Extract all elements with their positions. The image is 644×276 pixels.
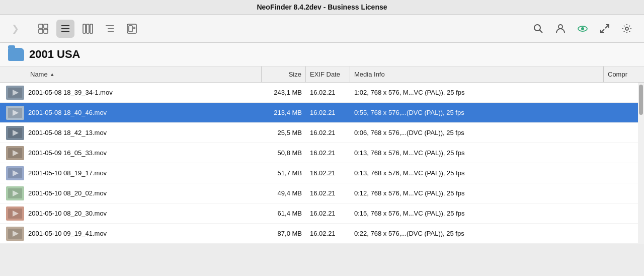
file-size-label: 50,8 MB [262,149,306,157]
file-media-label: 0:12, 768 x 576, M...VC (PAL)), 25 fps [350,189,604,197]
file-name-label: 2001-05-10 08_20_02.mov [28,189,107,197]
col-header-exif[interactable]: EXIF Date [306,66,350,82]
toolbar: ❯ [0,15,644,43]
svg-rect-14 [129,26,132,32]
file-media-label: 0:15, 768 x 576, M...VC (PAL)), 25 fps [350,210,604,217]
table-row[interactable]: 2001-05-10 08_20_02.mov49,4 MB16.02.210:… [0,183,644,203]
file-exif-label: 16.02.21 [306,169,350,177]
table-row[interactable]: 2001-05-10 09_19_41.mov87,0 MB16.02.210:… [0,224,644,244]
table-row[interactable]: 2001-05-10 08_20_30.mov61,4 MB16.02.210:… [0,203,644,224]
col-header-media[interactable]: Media Info [350,66,604,82]
expand-button[interactable] [596,20,614,38]
file-name-label: 2001-05-10 08_19_17.mov [28,169,107,177]
outline-view-button[interactable] [101,20,119,38]
file-thumb-cell: 2001-05-08 18_40_46.mov [0,103,262,122]
file-media-label: 0:22, 768 x 576,...(DVC (PAL)), 25 fps [350,230,604,237]
file-name-label: 2001-05-08 18_42_13.mov [28,129,107,136]
file-media-label: 1:02, 768 x 576, M...VC (PAL)), 25 fps [350,89,604,96]
title-bar: NeoFinder 8.4.2dev - Business License [0,0,644,15]
svg-line-18 [540,30,543,33]
file-exif-label: 16.02.21 [306,210,350,217]
file-name-label: 2001-05-09 16_05_33.mov [28,149,107,157]
file-thumbnail [6,146,24,160]
svg-rect-7 [83,24,86,33]
folder-title: 2001 USA [29,48,80,61]
file-rows: 2001-05-08 18_39_34-1.mov243,1 MB16.02.2… [0,83,644,244]
file-thumbnail [6,227,24,241]
col-header-name[interactable]: Name ▲ [0,66,262,82]
svg-point-21 [581,27,584,30]
file-exif-label: 16.02.21 [306,149,350,157]
table-row[interactable]: 2001-05-09 16_05_33.mov50,8 MB16.02.210:… [0,143,644,163]
svg-point-17 [534,25,540,31]
svg-line-22 [605,25,609,28]
file-thumbnail [6,126,24,140]
folder-icon [8,48,24,61]
svg-rect-8 [87,24,89,33]
svg-line-23 [601,29,604,33]
file-exif-label: 16.02.21 [306,189,350,197]
file-thumbnail [6,206,24,221]
file-thumbnail [6,166,24,180]
file-list-container: Name ▲ Size EXIF Date Media Info Compr 2… [0,66,644,244]
scrollbar-track[interactable] [638,83,644,244]
columns-view-button[interactable] [78,20,97,38]
eye-button[interactable] [574,20,592,38]
file-thumbnail [6,86,24,100]
nav-back-button[interactable]: ❯ [8,22,22,36]
file-exif-label: 16.02.21 [306,89,350,96]
column-headers: Name ▲ Size EXIF Date Media Info Compr [0,66,644,83]
scrollbar-thumb[interactable] [639,85,643,115]
file-size-label: 243,1 MB [262,89,306,96]
table-row[interactable]: 2001-05-08 18_39_34-1.mov243,1 MB16.02.2… [0,83,644,103]
file-media-label: 0:06, 768 x 576,...(DVC (PAL)), 25 fps [350,129,604,136]
table-row[interactable]: 2001-05-10 08_19_17.mov51,7 MB16.02.210:… [0,163,644,183]
file-thumbnail [6,186,24,200]
file-size-label: 61,4 MB [262,210,306,217]
people-button[interactable] [551,20,570,38]
file-list: Name ▲ Size EXIF Date Media Info Compr 2… [0,66,644,244]
list-view-button[interactable] [56,20,74,38]
preview-view-button[interactable] [123,20,141,38]
table-row[interactable]: 2001-05-08 18_40_46.mov213,4 MB16.02.210… [0,103,644,123]
file-thumb-cell: 2001-05-09 16_05_33.mov [0,143,262,163]
folder-header: 2001 USA [0,43,644,66]
file-exif-label: 16.02.21 [306,230,350,237]
file-thumb-cell: 2001-05-10 08_19_17.mov [0,163,262,183]
file-media-label: 0:13, 768 x 576, M...VC (PAL)), 25 fps [350,169,604,177]
file-thumb-cell: 2001-05-08 18_42_13.mov [0,123,262,143]
svg-point-24 [625,27,628,30]
file-size-label: 87,0 MB [262,230,306,237]
file-name-label: 2001-05-08 18_40_46.mov [28,109,107,116]
svg-rect-2 [39,29,43,33]
col-header-compr[interactable]: Compr [604,66,644,82]
file-exif-label: 16.02.21 [306,109,350,116]
grid-view-button[interactable] [34,20,52,38]
sort-arrow-icon: ▲ [50,72,55,77]
file-exif-label: 16.02.21 [306,129,350,136]
file-thumb-cell: 2001-05-10 08_20_02.mov [0,183,262,203]
svg-rect-9 [90,24,93,33]
file-size-label: 49,4 MB [262,189,306,197]
file-name-label: 2001-05-08 18_39_34-1.mov [28,89,113,96]
col-header-size[interactable]: Size [262,66,306,82]
svg-point-19 [558,25,562,29]
file-thumb-cell: 2001-05-10 08_20_30.mov [0,203,262,223]
file-media-label: 0:55, 768 x 576,...(DVC (PAL)), 25 fps [350,109,604,116]
search-button[interactable] [529,20,547,38]
svg-rect-3 [44,29,48,33]
file-size-label: 25,5 MB [262,129,306,136]
settings-button[interactable] [618,20,636,38]
file-name-label: 2001-05-10 08_20_30.mov [28,210,107,217]
svg-rect-0 [39,24,43,28]
file-thumb-cell: 2001-05-10 09_19_41.mov [0,224,262,243]
app-title: NeoFinder 8.4.2dev - Business License [257,3,387,11]
file-size-label: 213,4 MB [262,109,306,116]
file-media-label: 0:13, 768 x 576, M...VC (PAL)), 25 fps [350,149,604,157]
table-row[interactable]: 2001-05-08 18_42_13.mov25,5 MB16.02.210:… [0,123,644,143]
svg-rect-1 [44,24,48,28]
file-thumbnail [6,106,24,120]
file-name-label: 2001-05-10 09_19_41.mov [28,230,107,237]
file-thumb-cell: 2001-05-08 18_39_34-1.mov [0,83,262,102]
file-size-label: 51,7 MB [262,169,306,177]
